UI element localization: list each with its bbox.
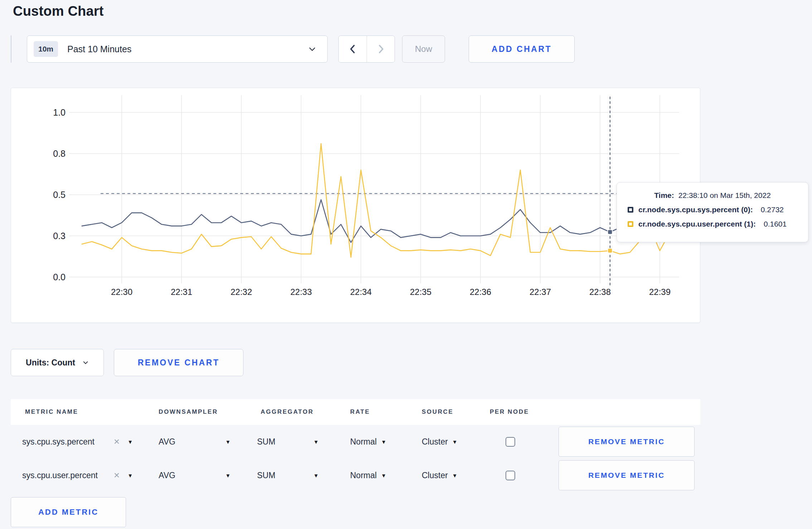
x-axis-tick-label: 22:36 [470,287,491,297]
clear-metric-icon[interactable]: × [114,470,120,480]
x-axis-tick-label: 22:35 [410,287,431,297]
chart-controls: Units: Count REMOVE CHART [11,349,812,376]
downsampler-value: AVG [159,437,175,447]
chevron-left-icon [348,44,357,54]
x-axis-tick-label: 22:30 [111,287,132,297]
table-row: sys.cpu.user.percent × ▼ AVG ▼ SUM ▼ Nor… [11,458,700,492]
tooltip-series-list: cr.node.sys.cpu.sys.percent (0):0.2732cr… [628,205,808,228]
rate-select[interactable]: Normal ▼ [337,437,408,447]
tooltip-series-value: 0.1601 [764,220,787,228]
column-header-downsampler: DOWNSAMPLER [145,408,247,416]
tooltip-series-row: cr.node.sys.cpu.sys.percent (0):0.2732 [628,205,808,214]
x-axis-tick-label: 22:31 [171,287,192,297]
downsampler-select[interactable]: AVG ▼ [145,471,247,480]
caret-down-icon: ▼ [313,472,319,479]
chart-tooltip: Time:22:38:10 on Mar 15th, 2022 cr.node.… [617,182,808,242]
column-header-rate: RATE [337,408,408,416]
metric-name-select[interactable]: sys.cpu.user.percent × ▼ [11,470,145,480]
downsampler-select[interactable]: AVG ▼ [145,437,247,447]
x-axis-tick-label: 22:33 [290,287,312,297]
x-axis-tick-label: 22:38 [589,287,611,297]
time-back-button[interactable] [339,36,367,62]
aggregator-value: SUM [257,437,275,447]
aggregator-select[interactable]: SUM ▼ [247,471,337,480]
x-axis-tick-label: 22:37 [530,287,551,297]
tooltip-series-name: cr.node.sys.cpu.sys.percent (0): [638,205,753,214]
per-node-checkbox[interactable] [506,471,515,480]
metric-name-select[interactable]: sys.cpu.sys.percent × ▼ [11,437,145,447]
metric-name-value: sys.cpu.sys.percent [22,437,95,447]
caret-down-icon: ▼ [452,439,458,445]
column-header-per-node: PER NODE [476,408,537,416]
rate-value: Normal [350,471,377,480]
page-title: Custom Chart [13,4,812,19]
caret-down-icon: ▼ [381,472,386,479]
chevron-right-icon [376,44,386,54]
add-chart-button[interactable]: ADD CHART [469,35,575,63]
aggregator-select[interactable]: SUM ▼ [247,437,337,447]
crosshair-dot-1 [608,248,612,253]
time-forward-button[interactable] [367,36,395,62]
units-dropdown[interactable]: Units: Count [11,349,104,376]
source-value: Cluster [422,471,448,480]
metrics-table-header: METRIC NAME DOWNSAMPLER AGGREGATOR RATE … [11,399,700,425]
crosshair-dot-0 [608,230,612,234]
units-label: Units: Count [26,358,75,368]
caret-down-icon: ▼ [381,439,386,445]
caret-down-icon: ▼ [225,439,231,445]
y-axis-tick-label: 0.5 [53,190,66,200]
source-value: Cluster [422,437,448,447]
y-axis-tick-label: 0.3 [53,231,66,241]
time-toolbar: 10m Past 10 Minutes Now ADD CHART [11,35,812,63]
rate-select[interactable]: Normal ▼ [337,471,408,480]
metrics-table: METRIC NAME DOWNSAMPLER AGGREGATOR RATE … [11,399,700,527]
chevron-down-icon [82,359,89,366]
per-node-checkbox[interactable] [506,437,515,447]
time-series-chart[interactable]: 22:3022:3122:3222:3322:3422:3522:3622:37… [11,88,700,317]
y-axis-tick-label: 0.0 [53,272,66,282]
x-axis-tick-label: 22:39 [649,287,671,297]
remove-metric-button[interactable]: REMOVE METRIC [559,427,695,457]
x-axis-tick-label: 22:34 [350,287,372,297]
series-line-1 [82,144,670,257]
time-range-dropdown[interactable]: 10m Past 10 Minutes [27,35,328,63]
column-header-metric-name: METRIC NAME [11,408,145,416]
x-axis-tick-label: 22:32 [231,287,252,297]
tooltip-series-value: 0.2732 [761,205,784,214]
legend-square-icon [628,221,633,227]
caret-down-icon: ▼ [225,472,231,479]
now-button[interactable]: Now [402,35,445,63]
remove-metric-button[interactable]: REMOVE METRIC [559,460,695,490]
downsampler-value: AVG [159,471,175,480]
table-row: sys.cpu.sys.percent × ▼ AVG ▼ SUM ▼ Norm… [11,425,700,458]
clear-metric-icon[interactable]: × [114,437,120,447]
caret-down-icon: ▼ [313,439,319,445]
source-select[interactable]: Cluster ▼ [408,437,476,447]
metric-name-value: sys.cpu.user.percent [22,471,98,480]
y-axis-tick-label: 1.0 [53,107,66,117]
caret-down-icon: ▼ [127,472,133,479]
add-metric-button[interactable]: ADD METRIC [11,497,126,527]
time-range-badge: 10m [34,41,58,57]
time-pager [338,35,395,63]
source-select[interactable]: Cluster ▼ [408,471,476,480]
column-header-source: SOURCE [408,408,476,416]
column-header-aggregator: AGGREGATOR [247,408,337,416]
y-axis-tick-label: 0.8 [53,149,66,159]
time-range-label: Past 10 Minutes [67,44,131,54]
rate-value: Normal [350,437,377,447]
caret-down-icon: ▼ [127,439,133,445]
tooltip-series-name: cr.node.sys.cpu.user.percent (1): [638,220,756,228]
chart-panel: 22:3022:3122:3222:3322:3422:3522:3622:37… [11,88,700,323]
remove-chart-button[interactable]: REMOVE CHART [114,349,243,376]
tooltip-time-label: Time: [654,191,674,199]
legend-square-icon [628,207,633,213]
chevron-down-icon [308,45,316,53]
aggregator-value: SUM [257,471,275,480]
tooltip-time-value: 22:38:10 on Mar 15th, 2022 [678,191,771,199]
tooltip-series-row: cr.node.sys.cpu.user.percent (1):0.1601 [628,220,808,228]
tooltip-time: Time:22:38:10 on Mar 15th, 2022 [617,191,808,200]
caret-down-icon: ▼ [452,472,458,479]
toolbar-divider [11,35,11,63]
